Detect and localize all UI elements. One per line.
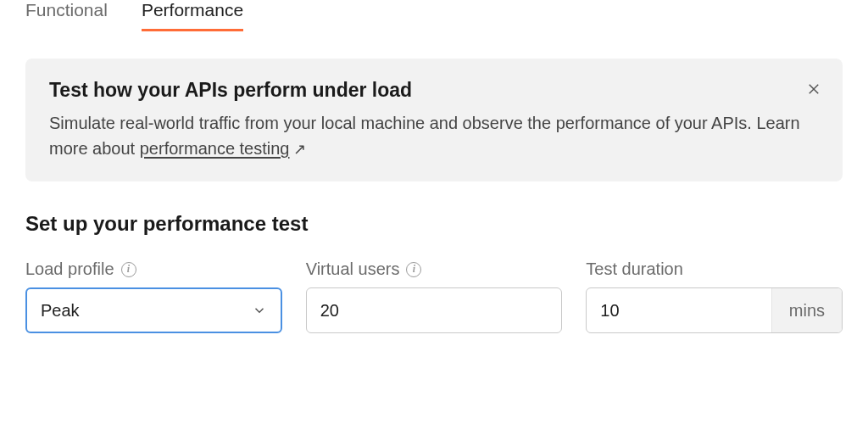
info-banner: Test how your APIs perform under load Si… [25, 59, 843, 181]
tab-functional[interactable]: Functional [25, 0, 108, 31]
field-virtual-users: Virtual users i [306, 259, 563, 333]
test-duration-input[interactable] [600, 301, 757, 321]
load-profile-label: Load profile [25, 259, 114, 279]
fields-row: Load profile i Peak Virtual users i Test… [25, 259, 843, 333]
load-profile-value: Peak [41, 301, 80, 321]
section-heading: Set up your performance test [25, 212, 843, 236]
load-profile-select[interactable]: Peak [25, 287, 282, 333]
test-duration-input-wrap: mins [586, 287, 843, 333]
virtual-users-input-wrap [306, 287, 563, 333]
field-test-duration: Test duration mins [586, 259, 843, 333]
close-icon[interactable] [802, 77, 826, 101]
test-duration-label: Test duration [586, 259, 683, 279]
performance-testing-link[interactable]: performance testing [140, 139, 290, 158]
field-load-profile: Load profile i Peak [25, 259, 282, 333]
virtual-users-input[interactable] [320, 301, 548, 321]
chevron-down-icon [252, 303, 267, 318]
info-icon[interactable]: i [406, 262, 421, 277]
test-duration-unit: mins [771, 288, 842, 332]
tab-performance[interactable]: Performance [142, 0, 243, 31]
info-icon[interactable]: i [121, 262, 136, 277]
virtual-users-label: Virtual users [306, 259, 400, 279]
banner-description: Simulate real-world traffic from your lo… [49, 110, 819, 161]
tabs-bar: Functional Performance [25, 0, 843, 31]
external-link-icon: ↗ [293, 138, 306, 161]
banner-title: Test how your APIs perform under load [49, 79, 819, 102]
